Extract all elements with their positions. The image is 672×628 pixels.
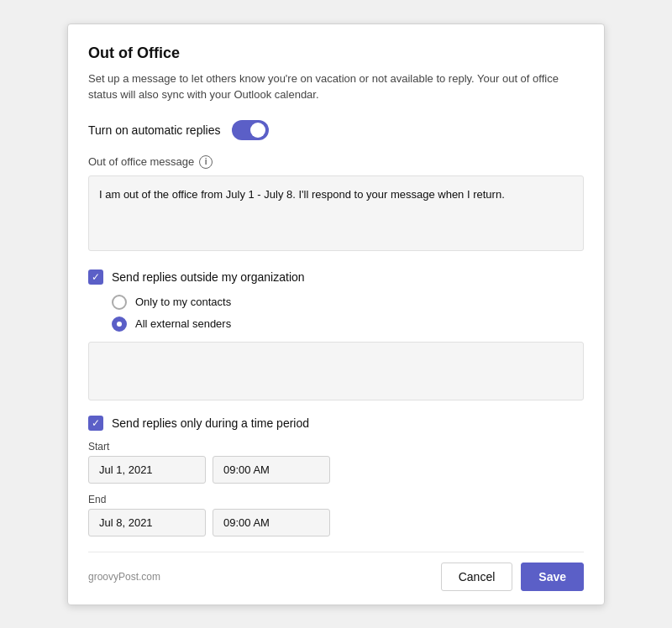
out-of-office-dialog: Out of Office Set up a message to let ot… <box>67 24 605 605</box>
toggle-row: Turn on automatic replies <box>88 120 584 140</box>
footer-brand: groovyPost.com <box>88 571 160 583</box>
end-label: End <box>88 494 584 505</box>
radio-contacts-label: Only to my contacts <box>135 296 231 308</box>
end-field-group: End <box>88 494 584 536</box>
toggle-thumb <box>250 123 265 138</box>
message-section-label: Out of office message i <box>88 155 584 169</box>
end-inputs <box>88 509 584 536</box>
time-period-checkbox[interactable]: ✓ <box>88 416 103 431</box>
toggle-label: Turn on automatic replies <box>88 123 220 137</box>
cancel-button[interactable]: Cancel <box>441 563 513 591</box>
save-button[interactable]: Save <box>521 563 584 591</box>
external-message-textarea[interactable] <box>88 342 584 400</box>
automatic-replies-toggle[interactable] <box>232 120 269 140</box>
start-date-input[interactable] <box>88 456 206 484</box>
time-period-label: Send replies only during a time period <box>112 416 309 430</box>
external-replies-checkbox[interactable]: ✓ <box>88 270 103 285</box>
start-inputs <box>88 456 584 484</box>
radio-contacts-button[interactable] <box>112 295 127 310</box>
radio-all-label: All external senders <box>135 317 231 330</box>
dialog-footer: groovyPost.com Cancel Save <box>88 552 584 591</box>
footer-buttons: Cancel Save <box>441 563 584 591</box>
radio-all-button[interactable] <box>112 317 127 332</box>
external-replies-row: ✓ Send replies outside my organization <box>88 270 584 285</box>
dialog-description: Set up a message to let others know you'… <box>88 71 584 103</box>
end-date-input[interactable] <box>88 509 206 536</box>
radio-contacts[interactable]: Only to my contacts <box>112 295 584 310</box>
out-of-office-message[interactable]: I am out of the office from July 1 - Jul… <box>88 175 584 251</box>
end-time-input[interactable] <box>213 509 330 536</box>
time-fields: Start End <box>88 441 584 536</box>
start-time-input[interactable] <box>213 456 330 484</box>
info-icon[interactable]: i <box>199 155 213 169</box>
time-period-row: ✓ Send replies only during a time period <box>88 416 584 431</box>
start-label: Start <box>88 441 584 453</box>
toggle-track <box>232 120 269 140</box>
radio-all[interactable]: All external senders <box>112 317 584 332</box>
external-replies-label: Send replies outside my organization <box>112 270 305 284</box>
dialog-title: Out of Office <box>88 44 584 62</box>
radio-group: Only to my contacts All external senders <box>112 295 584 332</box>
start-field-group: Start <box>88 441 584 484</box>
time-period-section: ✓ Send replies only during a time period… <box>88 416 584 536</box>
